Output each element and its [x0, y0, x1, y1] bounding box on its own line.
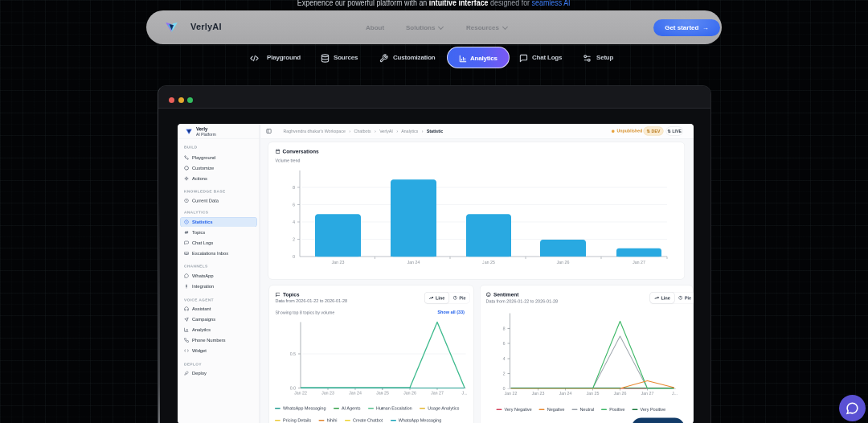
svg-text:0.5: 0.5: [290, 351, 296, 356]
svg-text:Jan 22: Jan 22: [294, 391, 307, 396]
svg-text:2: 2: [503, 372, 506, 376]
svg-text:8: 8: [293, 185, 295, 190]
svg-text:J...: J...: [461, 391, 467, 396]
svg-text:Jan 23: Jan 23: [321, 391, 334, 396]
svg-text:Jan 23: Jan 23: [532, 391, 545, 396]
svg-text:8: 8: [503, 326, 506, 331]
svg-text:Jan 27: Jan 27: [431, 391, 444, 396]
svg-text:Jan 22: Jan 22: [505, 391, 518, 396]
svg-text:Jan 26: Jan 26: [557, 260, 570, 265]
svg-text:Jan 24: Jan 24: [407, 260, 420, 265]
svg-text:0: 0: [293, 254, 295, 259]
svg-text:Jan 24: Jan 24: [559, 391, 572, 396]
svg-text:Jan 27: Jan 27: [641, 391, 654, 396]
svg-text:6: 6: [503, 341, 506, 346]
svg-text:Jan 25: Jan 25: [482, 260, 495, 265]
svg-text:Jan 26: Jan 26: [403, 391, 416, 396]
svg-text:2: 2: [293, 237, 295, 242]
svg-text:Jan 23: Jan 23: [332, 260, 345, 265]
svg-text:Jan 27: Jan 27: [633, 260, 645, 265]
svg-text:Jan 24: Jan 24: [349, 391, 362, 396]
svg-text:Jan 25: Jan 25: [376, 391, 389, 396]
svg-text:J...: J...: [672, 391, 678, 396]
svg-text:6: 6: [293, 203, 295, 207]
svg-text:Jan 25: Jan 25: [587, 391, 600, 396]
svg-text:4: 4: [503, 356, 506, 361]
svg-text:4: 4: [293, 220, 295, 224]
svg-text:Jan 26: Jan 26: [614, 391, 627, 396]
